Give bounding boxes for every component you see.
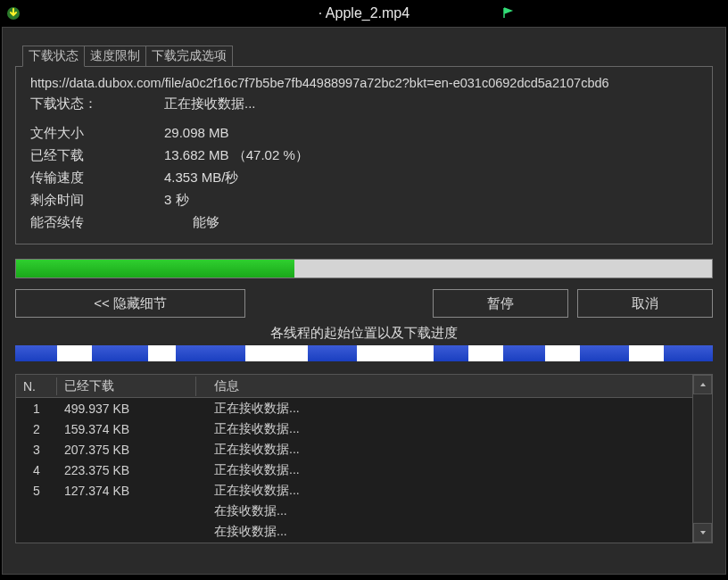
segment-gap [629,345,664,361]
segment [434,345,468,361]
idm-logo-icon [5,5,21,21]
segment-gap [57,345,92,361]
cell-dl: 499.937 KB [57,400,196,418]
tab-complete[interactable]: 下载完成选项 [145,46,233,67]
table-body: 1499.937 KB正在接收数据...2159.374 KB正在接收数据...… [16,398,692,542]
segment-gap [545,345,580,361]
table-row[interactable]: 在接收数据... [16,501,692,521]
value-speed: 4.353 MB/秒 [164,170,238,186]
segment-gap [468,345,503,361]
threads-title: 各线程的起始位置以及下载进度 [15,325,713,342]
cell-dl: 207.375 KB [57,441,196,459]
marker-icon [501,6,514,19]
segment [92,345,148,361]
label-size: 文件大小 [30,125,164,142]
col-header-n[interactable]: N. [16,377,57,395]
cell-info: 正在接收数据... [196,481,692,501]
col-header-info[interactable]: 信息 [196,377,692,396]
download-url: https://data.dubox.com/file/a0c2f16c7f7b… [30,76,698,90]
cell-info: 正在接收数据... [196,460,692,480]
window-title: · Apple_2.mp4 [318,5,410,21]
cell-dl: 127.374 KB [57,482,196,500]
scroll-down-icon[interactable] [693,523,712,543]
cell-info: 正在接收数据... [196,440,692,460]
cell-dl: 223.375 KB [57,461,196,479]
segment [503,345,545,361]
cell-n: 1 [16,400,57,418]
segment [308,345,357,361]
progress-fill [16,260,294,278]
segment-gap [148,345,176,361]
scroll-up-icon[interactable] [693,375,712,394]
pause-button[interactable]: 暂停 [433,289,568,318]
col-header-dl[interactable]: 已经下载 [57,377,196,396]
cell-n: 2 [16,420,57,438]
table-row[interactable]: 4223.375 KB正在接收数据... [16,460,692,480]
segment-gap [245,345,308,361]
cell-n [16,530,57,534]
segment [580,345,629,361]
threads-table: N. 已经下载 信息 1499.937 KB正在接收数据...2159.374 … [15,374,713,543]
segment [664,345,713,361]
cell-info: 正在接收数据... [196,399,692,418]
segment [15,345,57,361]
tab-speed[interactable]: 速度限制 [84,46,146,67]
status-panel: https://data.dubox.com/file/a0c2f16c7f7b… [15,66,713,244]
titlebar: · Apple_2.mp4 [0,0,728,27]
tab-status[interactable]: 下载状态 [22,46,85,67]
cell-n: 3 [16,441,57,459]
table-header: N. 已经下载 信息 [16,375,692,398]
cell-n: 5 [16,482,57,500]
table-row[interactable]: 3207.375 KB正在接收数据... [16,439,692,460]
value-remain: 3 秒 [164,192,189,209]
table-row[interactable]: 在接收数据... [16,521,692,542]
segment-gap [357,345,434,361]
label-resume: 能否续传 [30,214,164,231]
hide-details-button[interactable]: << 隐藏细节 [15,289,245,318]
scrollbar[interactable] [692,375,712,543]
label-remain: 剩余时间 [30,192,164,209]
scroll-track[interactable] [693,394,712,523]
value-size: 29.098 MB [164,125,229,142]
cell-dl: 159.374 KB [57,420,196,438]
table-row[interactable]: 1499.937 KB正在接收数据... [16,398,692,418]
cell-dl [57,530,196,534]
label-speed: 传输速度 [30,170,164,186]
tabs: 下载状态 速度限制 下载完成选项 [22,46,713,67]
segment [176,345,245,361]
cancel-button[interactable]: 取消 [577,289,713,318]
segment-bar [15,345,713,361]
label-downloaded: 已经下载 [30,147,164,164]
cell-n: 4 [16,461,57,479]
progress-bar [15,259,713,278]
table-row[interactable]: 2159.374 KB正在接收数据... [16,418,692,439]
cell-info: 在接收数据... [196,522,692,542]
cell-dl [57,510,196,513]
cell-info: 在接收数据... [196,501,692,521]
label-state: 下载状态： [30,95,164,112]
value-downloaded: 13.682 MB （47.02 %） [164,147,309,164]
value-resume: 能够 [164,214,219,231]
table-row[interactable]: 5127.374 KB正在接收数据... [16,480,692,501]
buttons-row: << 隐藏细节 暂停 取消 [15,289,713,318]
cell-info: 正在接收数据... [196,419,692,439]
main-frame: 下载状态 速度限制 下载完成选项 https://data.dubox.com/… [2,27,726,575]
value-state: 正在接收数据... [164,95,256,112]
cell-n [16,510,57,513]
